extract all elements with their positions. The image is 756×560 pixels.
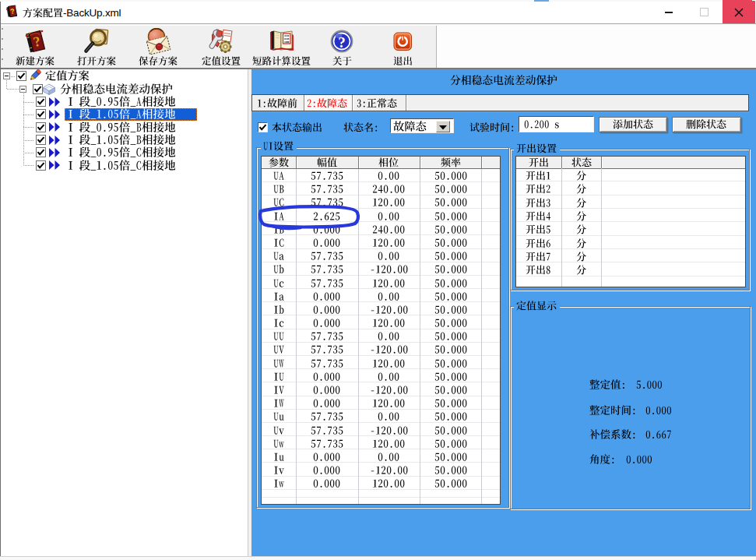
svg-text:?: ? (338, 34, 346, 51)
svg-text:X55: X55 (284, 41, 289, 44)
